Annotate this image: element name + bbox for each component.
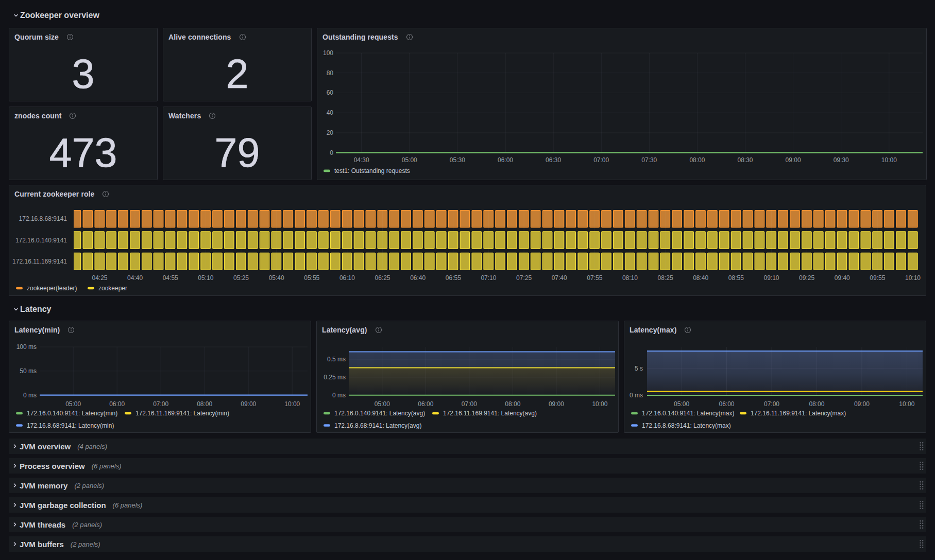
svg-text:05:00: 05:00: [674, 400, 689, 408]
svg-text:04:25: 04:25: [92, 274, 107, 282]
svg-text:0 ms: 0 ms: [630, 392, 643, 399]
svg-text:05:55: 05:55: [304, 274, 319, 282]
svg-text:07:00: 07:00: [764, 400, 779, 408]
svg-text:20: 20: [327, 129, 334, 136]
svg-text:08:00: 08:00: [505, 400, 520, 408]
svg-text:09:00: 09:00: [786, 156, 801, 164]
svg-text:10:00: 10:00: [284, 400, 300, 408]
svg-text:40: 40: [327, 109, 334, 116]
svg-text:07:10: 07:10: [481, 274, 496, 282]
svg-text:08:00: 08:00: [809, 400, 824, 408]
svg-text:07:55: 07:55: [587, 274, 602, 282]
svg-text:172.16.8.68:9141: Latency(min): 172.16.8.68:9141: Latency(min): [27, 422, 114, 429]
svg-text:05:10: 05:10: [198, 274, 213, 282]
svg-text:08:55: 08:55: [728, 274, 744, 282]
svg-text:09:10: 09:10: [763, 274, 779, 282]
svg-text:08:25: 08:25: [658, 274, 673, 282]
svg-text:zookeeper: zookeeper: [98, 285, 127, 292]
svg-text:172.16.0.140:9141: Latency(min: 172.16.0.140:9141: Latency(min): [27, 410, 117, 417]
svg-text:05:30: 05:30: [450, 156, 465, 164]
svg-text:09:00: 09:00: [854, 400, 870, 408]
svg-text:08:40: 08:40: [693, 274, 708, 282]
svg-text:08:00: 08:00: [689, 156, 705, 164]
svg-text:07:00: 07:00: [153, 400, 168, 408]
svg-text:09:00: 09:00: [241, 400, 256, 408]
svg-text:05:00: 05:00: [375, 400, 390, 408]
svg-text:0: 0: [330, 149, 333, 156]
svg-text:09:55: 09:55: [870, 274, 885, 282]
svg-text:07:40: 07:40: [552, 274, 567, 282]
svg-text:09:30: 09:30: [834, 156, 849, 164]
svg-text:0.5 ms: 0.5 ms: [327, 356, 346, 363]
svg-text:0.25 ms: 0.25 ms: [324, 374, 346, 381]
svg-text:172.16.8.68:9141: Latency(max): 172.16.8.68:9141: Latency(max): [642, 422, 731, 429]
svg-text:05:00: 05:00: [402, 156, 417, 164]
svg-text:06:00: 06:00: [498, 156, 513, 164]
svg-text:06:25: 06:25: [375, 274, 390, 282]
svg-text:06:00: 06:00: [109, 400, 125, 408]
svg-text:60: 60: [327, 89, 334, 96]
svg-text:06:10: 06:10: [339, 274, 355, 282]
svg-text:172.16.11.169:9141: Latency(ma: 172.16.11.169:9141: Latency(max): [751, 410, 846, 417]
svg-text:80: 80: [327, 69, 334, 77]
svg-text:05:40: 05:40: [269, 274, 284, 282]
svg-text:05:00: 05:00: [65, 400, 81, 408]
svg-text:09:25: 09:25: [799, 274, 814, 282]
svg-text:06:30: 06:30: [546, 156, 561, 164]
svg-text:172.16.11.169:9141: Latency(mi: 172.16.11.169:9141: Latency(min): [135, 410, 229, 417]
svg-text:172.16.0.140:9141: 172.16.0.140:9141: [15, 237, 67, 244]
svg-text:07:30: 07:30: [641, 156, 657, 164]
svg-text:09:00: 09:00: [549, 400, 564, 408]
svg-text:5 s: 5 s: [635, 365, 643, 372]
svg-text:04:55: 04:55: [163, 274, 178, 282]
svg-text:10:00: 10:00: [899, 400, 914, 408]
svg-text:0 ms: 0 ms: [332, 392, 346, 399]
svg-text:172.16.11.169:9141: 172.16.11.169:9141: [12, 258, 67, 265]
svg-text:10:10: 10:10: [905, 274, 921, 282]
svg-text:08:10: 08:10: [622, 274, 638, 282]
svg-text:172.16.11.169:9141: Latency(av: 172.16.11.169:9141: Latency(avg): [443, 410, 537, 417]
svg-text:07:00: 07:00: [593, 156, 609, 164]
svg-text:zookeeper(leader): zookeeper(leader): [27, 285, 77, 292]
svg-text:100: 100: [323, 49, 333, 57]
svg-text:07:25: 07:25: [516, 274, 532, 282]
svg-text:172.16.0.140:9141: Latency(max: 172.16.0.140:9141: Latency(max): [642, 410, 734, 417]
svg-text:50 ms: 50 ms: [20, 367, 37, 375]
svg-text:172.16.8.68:9141: Latency(avg): 172.16.8.68:9141: Latency(avg): [334, 422, 421, 429]
svg-text:0 ms: 0 ms: [23, 392, 37, 399]
svg-text:04:40: 04:40: [127, 274, 143, 282]
svg-text:100 ms: 100 ms: [16, 343, 37, 351]
svg-text:05:25: 05:25: [233, 274, 249, 282]
svg-text:06:55: 06:55: [446, 274, 461, 282]
svg-text:10:00: 10:00: [592, 400, 607, 408]
svg-text:10:00: 10:00: [881, 156, 897, 164]
svg-text:08:00: 08:00: [197, 400, 212, 408]
svg-text:06:00: 06:00: [418, 400, 433, 408]
svg-text:172.16.8.68:9141: 172.16.8.68:9141: [19, 215, 67, 222]
svg-text:test1: Outstanding requests: test1: Outstanding requests: [334, 167, 410, 174]
svg-text:04:30: 04:30: [354, 156, 369, 164]
svg-text:172.16.0.140:9141: Latency(avg: 172.16.0.140:9141: Latency(avg): [334, 410, 425, 417]
svg-text:06:00: 06:00: [719, 400, 735, 408]
svg-text:06:40: 06:40: [410, 274, 426, 282]
svg-text:09:40: 09:40: [835, 274, 850, 282]
svg-text:08:30: 08:30: [737, 156, 753, 164]
svg-text:07:00: 07:00: [462, 400, 477, 408]
